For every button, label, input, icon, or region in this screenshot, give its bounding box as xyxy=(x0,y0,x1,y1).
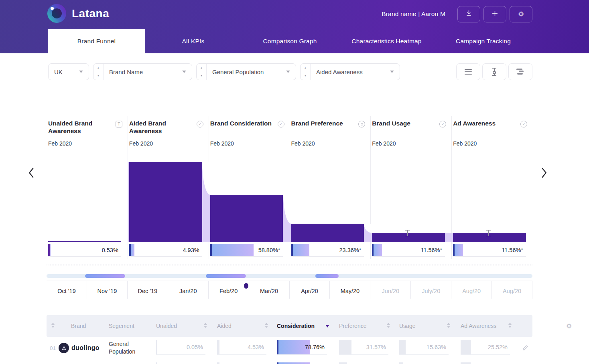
table-row[interactable]: 01duolingoGeneral Population0.05%4.53%78… xyxy=(47,337,532,359)
sort-icon[interactable] xyxy=(508,323,512,328)
month-mar-20[interactable]: Mar/20 xyxy=(249,281,290,299)
kpi-value-box[interactable]: 11.56%* xyxy=(453,244,526,257)
step-down-icon[interactable]: ▾ xyxy=(197,72,206,80)
month-feb-20[interactable]: Feb/20 xyxy=(209,281,249,299)
step-up-icon[interactable]: ▴ xyxy=(197,64,206,72)
kpi-value-box[interactable]: 4.93% xyxy=(129,244,202,257)
cell-mini-bar xyxy=(156,340,157,354)
col-header-aided[interactable]: Aided xyxy=(217,315,232,337)
value-cell-aided[interactable] xyxy=(217,362,266,364)
col-header-ad-awareness[interactable]: Ad Awareness xyxy=(461,315,496,337)
step-down-icon[interactable]: ▾ xyxy=(301,72,310,80)
value-cell-usage[interactable]: 15.63% xyxy=(399,340,449,355)
sort-all-icon[interactable] xyxy=(51,323,55,328)
check-circle-icon[interactable]: ✓ xyxy=(197,121,203,127)
table-settings-gear-icon[interactable]: ⚙ xyxy=(566,322,572,330)
check-circle-icon[interactable]: ✓ xyxy=(520,121,527,127)
timeline-selected-dot[interactable] xyxy=(244,283,248,289)
reorder-stepper: ▴▾ xyxy=(197,64,207,80)
tab-comparison-graph[interactable]: Comparison Graph xyxy=(242,29,338,53)
step-down-icon[interactable]: ▾ xyxy=(93,72,103,80)
check-circle-icon[interactable]: ✓ xyxy=(439,121,446,127)
value-cell-usage[interactable] xyxy=(399,362,449,364)
add-button[interactable] xyxy=(483,6,506,22)
dropdown-uk[interactable]: UK xyxy=(49,64,89,80)
col-header-unaided[interactable]: Unaided xyxy=(156,315,177,337)
kpi-title: Aided Brand Awareness xyxy=(129,119,193,135)
value-cell-unaided[interactable]: 0.05% xyxy=(156,340,205,355)
check-circle-icon[interactable]: ✓ xyxy=(278,121,284,127)
tab-all-kpis[interactable]: All KPIs xyxy=(145,29,242,53)
cell-mini-bar xyxy=(217,340,219,354)
value-fill-bar xyxy=(293,244,310,256)
step-up-icon[interactable]: ▴ xyxy=(93,64,103,72)
dropdown-general-population[interactable]: General Population xyxy=(207,64,296,80)
value-cell-ad-awareness[interactable] xyxy=(461,362,510,364)
month-nov-19[interactable]: Nov '19 xyxy=(87,281,128,299)
month-jun-20[interactable]: Jun/20 xyxy=(370,281,411,299)
cell-mini-bar xyxy=(461,340,471,354)
dropdown-brand-name[interactable]: Brand Name xyxy=(104,64,192,80)
funnel-bar xyxy=(210,195,283,242)
month-aug-20[interactable]: Aug/20 xyxy=(492,281,532,299)
edit-pencil-icon[interactable] xyxy=(522,345,528,352)
tab-campaign-tracking[interactable]: Campaign Tracking xyxy=(435,29,532,53)
account-label[interactable]: Brand name | Aaron M xyxy=(382,10,445,18)
tab-characteristics-heatmap[interactable]: Characteristics Heatmap xyxy=(338,29,435,53)
sort-icon[interactable] xyxy=(265,323,268,328)
kpi-value-box[interactable]: 23.36%* xyxy=(291,244,364,257)
month-dec-19[interactable]: Dec '19 xyxy=(128,281,168,299)
kpi-value-box[interactable]: 58.80%* xyxy=(210,244,283,257)
duolingo-logo-icon xyxy=(62,346,66,350)
kpi-value-box[interactable]: 0.53% xyxy=(48,244,121,257)
col-header-segment[interactable]: Segement xyxy=(109,315,134,337)
value-cell-ad-awareness[interactable]: 25.52% xyxy=(461,340,510,355)
dot-circle-icon[interactable] xyxy=(358,121,365,127)
settings-button[interactable]: ⚙ xyxy=(510,6,532,22)
month-oct-19[interactable]: Oct '19 xyxy=(47,281,87,299)
sort-icon[interactable] xyxy=(387,323,390,328)
table-row[interactable]: General Population xyxy=(47,359,532,364)
tab-brand-funnel[interactable]: Brand Funnel xyxy=(48,29,145,53)
month-jan-20[interactable]: Jan/20 xyxy=(168,281,209,299)
value-cell-consideration[interactable] xyxy=(277,362,327,364)
month-aug-20[interactable]: Aug/20 xyxy=(451,281,492,299)
dropdown-aided-awareness[interactable]: Aided Awareness xyxy=(311,64,400,80)
value-cell-unaided[interactable] xyxy=(156,362,205,364)
sort-icon[interactable] xyxy=(204,323,207,328)
view-buttons xyxy=(456,63,532,80)
list-view-button[interactable] xyxy=(456,63,480,80)
month-may-20[interactable]: May/20 xyxy=(330,281,370,299)
col-header-brand[interactable]: Brand xyxy=(71,315,86,337)
table-header: BrandSegementUnaidedAidedConsiderationPr… xyxy=(47,315,532,337)
step-up-icon[interactable]: ▴ xyxy=(301,64,310,72)
reorder-stepper: ▴▾ xyxy=(301,64,311,80)
timeline-track[interactable] xyxy=(47,274,532,278)
value-cell-consideration[interactable]: 78.76% xyxy=(277,340,327,355)
kpi-title: Brand Consideration xyxy=(210,119,274,127)
interval-view-button[interactable] xyxy=(482,63,506,80)
sort-icon[interactable] xyxy=(447,323,450,328)
month-apr-20[interactable]: Apr/20 xyxy=(290,281,330,299)
col-header-usage[interactable]: Usage xyxy=(399,315,415,337)
month-july-20[interactable]: July/20 xyxy=(411,281,451,299)
value-cell-aided[interactable]: 4.53% xyxy=(217,340,266,355)
kpi-period: Feb 2020 xyxy=(291,140,315,147)
sort-desc-icon[interactable] xyxy=(325,325,329,328)
kpi-value-label: 58.80%* xyxy=(258,244,280,256)
value-cell-preference[interactable]: 31.57% xyxy=(339,340,388,355)
stacked-bars-icon xyxy=(516,69,524,75)
text-badge-icon[interactable]: T xyxy=(116,121,122,127)
next-chevron-button[interactable] xyxy=(541,168,550,180)
col-header-preference[interactable]: Preference xyxy=(339,315,366,337)
stacked-bars-view-button[interactable] xyxy=(508,63,532,80)
cell-fill-bar xyxy=(278,362,310,364)
prev-chevron-button[interactable] xyxy=(28,168,38,180)
col-header-consideration[interactable]: Consideration xyxy=(277,315,315,337)
download-button[interactable] xyxy=(457,6,480,22)
value-cell-preference[interactable] xyxy=(339,362,388,364)
brand-avatar xyxy=(59,343,69,353)
kpi-value-box[interactable]: 11.56%* xyxy=(372,244,445,257)
chevron-down-icon xyxy=(79,71,83,73)
cell-value: 78.76% xyxy=(305,340,325,354)
